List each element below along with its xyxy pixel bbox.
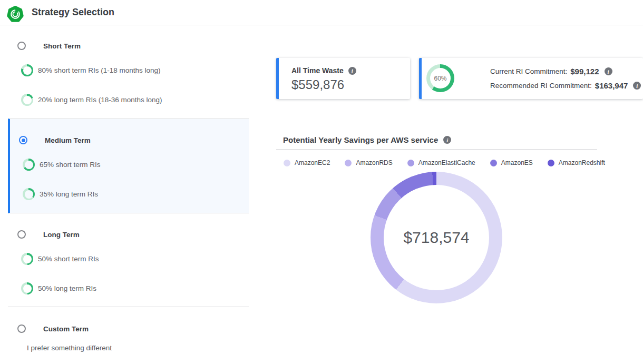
strategy-option-row: 20% long term RIs (18-36 months long) [21, 94, 162, 106]
page-header: Strategy Selection [0, 0, 643, 25]
ratio-donut-icon [23, 159, 35, 171]
strategy-custom-term[interactable]: Custom Term [17, 324, 89, 333]
legend-item-amazonec2[interactable]: AmazonEC2 [284, 159, 330, 166]
strategy-selection-page: Strategy Selection Short Term 80% short … [0, 0, 643, 364]
radio-custom-term[interactable] [17, 324, 26, 333]
all-time-waste-card: All Time Waste i $559,876 [276, 58, 410, 99]
commitment-gauge-label: 60% [430, 68, 451, 88]
info-icon[interactable]: i [348, 67, 356, 75]
strategy-medium-term[interactable]: Medium Term [19, 136, 91, 144]
strategy-option-row: 80% short term RIs (1-18 months long) [21, 64, 161, 76]
option-label: 35% long term RIs [40, 190, 98, 198]
ratio-donut-icon [23, 188, 35, 200]
current-ri-commitment-value: $99,122 [570, 67, 599, 76]
radio-short-term[interactable] [17, 42, 26, 50]
option-label: 50% short term RIs [38, 255, 99, 263]
strategy-option-row: 50% long term RIs [21, 282, 96, 294]
page-title: Strategy Selection [32, 0, 114, 25]
strategy-option-row: 65% short term RIs [23, 159, 101, 171]
chart-title: Potential Yearly Savings per AWS service [283, 135, 438, 144]
legend-item-amazonelasticache[interactable]: AmazonElastiCache [407, 159, 475, 166]
option-label: 50% long term RIs [38, 284, 96, 292]
strategy-label: Long Term [43, 231, 80, 239]
strategy-option-row: 35% long term RIs [23, 188, 98, 200]
info-icon[interactable]: i [633, 82, 641, 90]
legend-item-amazonredshift[interactable]: AmazonRedshift [548, 159, 605, 166]
info-icon[interactable]: i [605, 67, 612, 75]
option-label: 80% short term RIs (1-18 months long) [38, 66, 161, 74]
ratio-donut-icon [21, 94, 33, 106]
legend-dot [490, 160, 497, 166]
legend-dot [548, 160, 554, 166]
option-label: 65% short term RIs [40, 161, 101, 169]
strategy-label: Short Term [43, 42, 81, 50]
legend-item-amazonrds[interactable]: AmazonRDS [345, 159, 392, 166]
legend-dot [284, 160, 290, 166]
custom-term-description: I prefer something different [27, 344, 112, 352]
waste-card-title: All Time Waste [291, 66, 344, 75]
radio-long-term[interactable] [17, 230, 26, 239]
current-ri-commitment-label: Current RI Commitment: [490, 67, 567, 75]
donut-center-total: $718,574 [403, 229, 469, 247]
ratio-donut-icon [21, 282, 33, 294]
current-ri-commitment-line: Current RI Commitment: $99,122 i [490, 67, 641, 76]
legend-dot [345, 160, 352, 166]
option-label: 20% long term RIs (18-36 months long) [38, 96, 162, 104]
strategy-label: Custom Term [43, 325, 89, 333]
savings-donut[interactable]: $718,574 [371, 172, 502, 303]
radio-medium-term[interactable] [19, 136, 27, 144]
legend-dot [407, 160, 414, 166]
ri-commitment-card: 60% Current RI Commitment: $99,122 i Rec… [419, 58, 643, 99]
legend-item-amazones[interactable]: AmazonES [490, 159, 533, 166]
strategy-long-term[interactable]: Long Term [17, 230, 80, 239]
strategy-short-term[interactable]: Short Term [17, 42, 81, 50]
recommended-ri-commitment-label: Recommended RI Commitment: [490, 82, 592, 90]
strategy-label: Medium Term [45, 136, 91, 144]
waste-card-value: $559,876 [291, 77, 344, 92]
commitment-gauge-icon: 60% [426, 64, 454, 92]
ratio-donut-icon [21, 64, 33, 76]
info-icon[interactable]: i [443, 136, 451, 144]
section-divider [8, 307, 249, 307]
recommended-ri-commitment-line: Recommended RI Commitment: $163,947 i [490, 81, 641, 90]
cloudcheckr-logo-icon [7, 6, 24, 23]
chart-divider [276, 149, 597, 150]
recommended-ri-commitment-value: $163,947 [595, 81, 628, 90]
chart-legend: AmazonEC2 AmazonRDS AmazonElastiCache Am… [284, 159, 605, 166]
strategy-option-row: 50% short term RIs [21, 253, 99, 265]
ratio-donut-icon [21, 253, 33, 265]
